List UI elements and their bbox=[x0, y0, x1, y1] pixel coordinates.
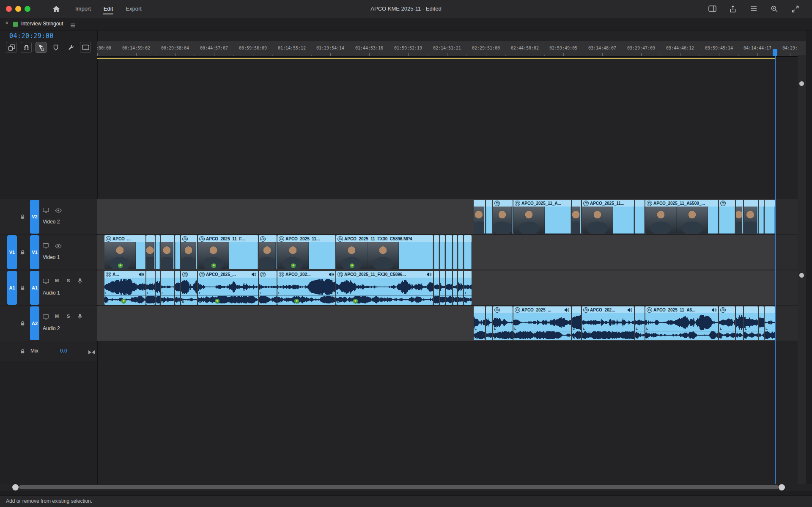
track-lane-a2[interactable]: LRfxLRfxAPCO_2025_...LRLRfxAPCO_202...LR… bbox=[97, 306, 798, 341]
timeline-clip[interactable]: LR bbox=[744, 306, 758, 340]
fullscreen-icon[interactable] bbox=[792, 6, 799, 14]
panel-menu-icon[interactable] bbox=[70, 22, 76, 29]
add-marker-button[interactable] bbox=[50, 42, 61, 53]
mic-icon[interactable] bbox=[78, 314, 82, 321]
close-window-button[interactable] bbox=[6, 6, 12, 12]
timeline-clip[interactable]: fx bbox=[181, 235, 197, 269]
timeline-clip[interactable]: fxAPCO_2025_...LR bbox=[513, 306, 571, 340]
source-monitor-icon[interactable] bbox=[43, 314, 49, 321]
timeline-clip[interactable]: fxAPCO_2025_11_A... bbox=[513, 200, 571, 234]
timeline-clip[interactable]: fxLR bbox=[259, 271, 277, 305]
timeline-ruler[interactable]: 00:00:00:0000:14:59:0200:29:58:0400:44:5… bbox=[97, 41, 806, 57]
timeline-clip[interactable] bbox=[161, 235, 174, 269]
timeline-clip[interactable]: fxLR bbox=[719, 306, 735, 340]
timeline-clip[interactable] bbox=[453, 235, 457, 269]
timeline-clip[interactable] bbox=[156, 271, 160, 305]
timeline-clip[interactable] bbox=[434, 235, 439, 269]
timeline-clip[interactable] bbox=[765, 200, 775, 234]
horizontal-scrollbar[interactable] bbox=[19, 485, 779, 489]
nav-import[interactable]: Import bbox=[74, 0, 92, 18]
track-visibility-icon[interactable] bbox=[55, 207, 62, 215]
timeline-clip[interactable]: fxA...LR bbox=[104, 271, 145, 305]
home-icon[interactable] bbox=[52, 6, 60, 14]
snap-button[interactable] bbox=[21, 42, 32, 53]
track-target-v1[interactable]: V1 bbox=[30, 235, 39, 269]
timeline-clip[interactable] bbox=[635, 200, 645, 234]
timeline-clip[interactable]: LR bbox=[474, 306, 485, 340]
timeline-clip[interactable]: fxAPCO_2025_11_A6...LR bbox=[645, 306, 718, 340]
timeline-clip[interactable] bbox=[446, 235, 452, 269]
timeline-clip[interactable] bbox=[146, 235, 155, 269]
solo-button[interactable]: S bbox=[67, 278, 70, 283]
timeline-clip[interactable] bbox=[736, 200, 743, 234]
timeline-clip[interactable]: LR bbox=[765, 306, 775, 340]
zoom-handle-right[interactable] bbox=[779, 484, 785, 490]
timeline-clip[interactable]: LR bbox=[572, 306, 581, 340]
timeline-clip[interactable] bbox=[474, 200, 485, 234]
track-lock-icon[interactable] bbox=[20, 214, 25, 221]
timeline-clip[interactable]: LR bbox=[635, 306, 645, 340]
track-lock-icon[interactable] bbox=[20, 320, 25, 328]
vertical-scrollbar-rail[interactable] bbox=[798, 55, 806, 484]
audio-tracks-scroll-knob[interactable] bbox=[799, 273, 804, 278]
timeline-clip[interactable]: LR bbox=[146, 271, 155, 305]
timeline-clip[interactable]: LR bbox=[464, 271, 472, 305]
track-lock-icon[interactable] bbox=[20, 285, 25, 292]
source-monitor-icon[interactable] bbox=[43, 242, 49, 250]
track-target-v2[interactable]: V2 bbox=[30, 200, 39, 234]
timeline-clip[interactable]: fxLR bbox=[181, 271, 197, 305]
zoom-search-icon[interactable] bbox=[771, 6, 778, 14]
panel-toggle-icon[interactable] bbox=[708, 6, 716, 14]
timeline-clip[interactable] bbox=[458, 235, 463, 269]
track-lane-a1[interactable]: fxA...LRLRLRfxLRfxAPCO_2025_...LRfxLRfxA… bbox=[97, 270, 798, 305]
timeline-clip[interactable] bbox=[446, 271, 452, 305]
timeline-clip[interactable]: LR bbox=[161, 271, 174, 305]
timeline-clip[interactable]: fxAPCO_2025_...LR bbox=[198, 271, 258, 305]
track-target-a2[interactable]: A2 bbox=[30, 306, 39, 340]
mute-button[interactable]: M bbox=[55, 314, 59, 319]
timeline-clip[interactable] bbox=[434, 271, 439, 305]
source-patch-v1[interactable]: V1 bbox=[7, 235, 17, 269]
timeline-clip[interactable]: fxAPCO_2025_11_F... bbox=[198, 235, 258, 269]
solo-button[interactable]: S bbox=[67, 314, 70, 319]
timeline-settings-button[interactable] bbox=[65, 42, 76, 53]
timeline-clip[interactable]: fxLR bbox=[493, 306, 513, 340]
timeline-clip[interactable] bbox=[572, 200, 581, 234]
nest-settings-button[interactable] bbox=[6, 42, 17, 53]
timeline-clip[interactable] bbox=[736, 306, 743, 340]
timeline-clip[interactable]: fxAPCO_2025_11_FX30_C5896...LR bbox=[336, 271, 433, 305]
mix-lock-icon[interactable] bbox=[20, 348, 25, 356]
zoom-handle-left[interactable] bbox=[12, 484, 19, 490]
mix-fade-icon[interactable] bbox=[88, 349, 95, 356]
timeline-clip[interactable] bbox=[440, 235, 445, 269]
timeline-clip[interactable]: fxAPCO_2025_11_A6500_... bbox=[645, 200, 718, 234]
timeline-clip[interactable]: fxAPCO_2025_11... bbox=[582, 200, 634, 234]
linked-selection-button[interactable] bbox=[36, 42, 47, 53]
track-lock-icon[interactable] bbox=[20, 249, 25, 257]
nav-edit[interactable]: Edit bbox=[103, 0, 114, 18]
timeline-clip[interactable] bbox=[156, 235, 160, 269]
work-area-bar[interactable] bbox=[97, 58, 775, 59]
timeline-clip[interactable] bbox=[486, 200, 492, 234]
timeline-clip[interactable]: fxAPCO_2025_11_FX30_C5896.MP4 bbox=[336, 235, 433, 269]
timeline-clip[interactable]: fx bbox=[719, 200, 735, 234]
timeline-clip[interactable]: fxAPCO_... bbox=[104, 235, 145, 269]
timeline-clip[interactable] bbox=[458, 271, 463, 305]
timeline-clip[interactable] bbox=[486, 306, 492, 340]
playhead-line[interactable] bbox=[775, 55, 776, 484]
timeline-clip[interactable] bbox=[744, 200, 758, 234]
track-lane-v2[interactable]: fxfxAPCO_2025_11_A...fxAPCO_2025_11...fx… bbox=[97, 199, 798, 234]
mic-icon[interactable] bbox=[78, 278, 82, 286]
timeline-clip[interactable] bbox=[453, 271, 457, 305]
share-icon[interactable] bbox=[730, 6, 736, 14]
nav-export[interactable]: Export bbox=[125, 0, 143, 18]
timeline-clip[interactable] bbox=[175, 235, 180, 269]
timeline-clip[interactable]: fxAPCO_202...LR bbox=[582, 306, 634, 340]
timeline-clip[interactable]: fx bbox=[259, 235, 277, 269]
timeline-clip[interactable]: fxAPCO_2025_11... bbox=[277, 235, 335, 269]
source-monitor-icon[interactable] bbox=[43, 278, 49, 286]
timeline-clip[interactable] bbox=[759, 200, 764, 234]
playhead-timecode[interactable]: 04:20:29:00 bbox=[9, 32, 54, 40]
timeline-clip[interactable] bbox=[175, 271, 180, 305]
minimize-window-button[interactable] bbox=[15, 6, 21, 12]
